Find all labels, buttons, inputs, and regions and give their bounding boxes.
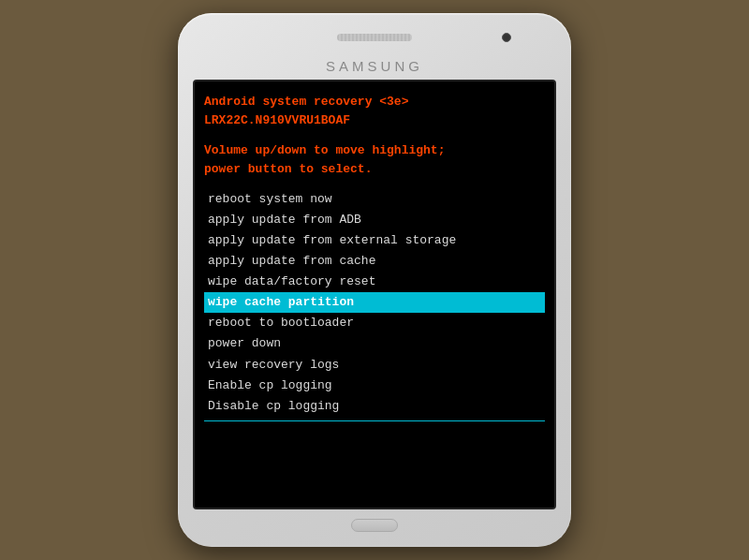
menu-item-power-down[interactable]: power down bbox=[204, 333, 545, 354]
recovery-header-line2: LRX22C.N910VVRU1BOAF bbox=[204, 111, 545, 130]
instructions-line2: power button to select. bbox=[204, 162, 372, 176]
home-button[interactable] bbox=[351, 519, 398, 532]
brand-logo: SAMSUNG bbox=[326, 58, 423, 74]
front-camera-icon bbox=[502, 33, 511, 42]
menu-item-apply-cache[interactable]: apply update from cache bbox=[204, 251, 545, 272]
recovery-instructions: Volume up/down to move highlight; power … bbox=[204, 141, 545, 179]
separator bbox=[204, 420, 545, 421]
menu-item-reboot-bootloader[interactable]: reboot to bootloader bbox=[204, 313, 545, 333]
phone-bottom-bar bbox=[193, 519, 556, 532]
phone-screen: Android system recovery <3e> LRX22C.N910… bbox=[193, 80, 556, 509]
speaker-grille bbox=[337, 34, 412, 41]
menu-item-reboot-system[interactable]: reboot system now bbox=[204, 189, 545, 210]
menu-item-enable-cp[interactable]: Enable cp logging bbox=[204, 376, 545, 396]
menu-item-apply-external[interactable]: apply update from external storage bbox=[204, 230, 545, 251]
phone-device: SAMSUNG Android system recovery <3e> LRX… bbox=[178, 13, 571, 547]
recovery-screen: Android system recovery <3e> LRX22C.N910… bbox=[195, 81, 554, 508]
menu-item-wipe-cache[interactable]: wipe cache partition bbox=[204, 292, 545, 313]
menu-item-apply-adb[interactable]: apply update from ADB bbox=[204, 210, 545, 230]
menu-item-wipe-data[interactable]: wipe data/factory reset bbox=[204, 272, 545, 292]
recovery-header-line1: Android system recovery <3e> bbox=[204, 93, 545, 111]
phone-top-bar bbox=[193, 24, 556, 51]
instructions-line1: Volume up/down to move highlight; bbox=[204, 143, 445, 157]
menu-item-view-logs[interactable]: view recovery logs bbox=[204, 355, 545, 376]
menu-item-disable-cp[interactable]: Disable cp logging bbox=[204, 396, 545, 417]
